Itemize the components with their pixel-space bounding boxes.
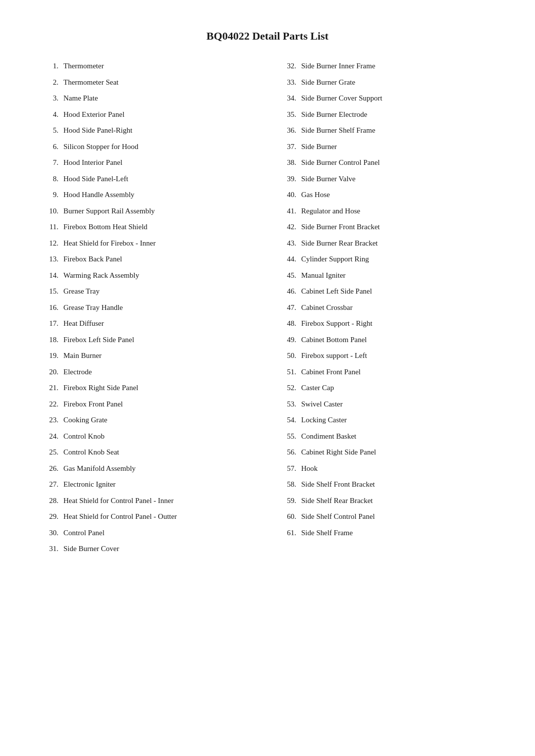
- list-item: 48.Firebox Support - Right: [277, 318, 495, 329]
- item-name: Silicon Stopper for Hood: [63, 141, 138, 152]
- item-number: 43.: [277, 238, 296, 249]
- list-item: 12.Heat Shield for Firebox - Inner: [40, 238, 258, 249]
- item-number: 12.: [40, 238, 58, 249]
- item-number: 30.: [40, 527, 58, 539]
- item-number: 39.: [277, 173, 296, 185]
- item-name: Cabinet Crossbar: [301, 302, 353, 313]
- item-number: 51.: [277, 366, 296, 378]
- list-item: 18.Firebox Left Side Panel: [40, 334, 258, 346]
- item-name: Condiment Basket: [301, 431, 356, 442]
- list-item: 33.Side Burner Grate: [277, 77, 495, 88]
- item-name: Side Shelf Frame: [301, 527, 353, 539]
- item-name: Side Burner Control Panel: [301, 157, 380, 168]
- page-title: BQ04022 Detail Parts List: [40, 30, 495, 43]
- list-item: 27.Electronic Igniter: [40, 479, 258, 490]
- item-name: Thermometer Seat: [63, 77, 118, 88]
- list-item: 41.Regulator and Hose: [277, 205, 495, 217]
- list-item: 1.Thermometer: [40, 60, 258, 72]
- list-item: 39.Side Burner Valve: [277, 173, 495, 185]
- item-name: Main Burner: [63, 350, 102, 361]
- list-item: 22.Firebox Front Panel: [40, 399, 258, 410]
- item-name: Hood Side Panel-Right: [63, 125, 132, 136]
- item-name: Side Burner Inner Frame: [301, 60, 375, 72]
- list-item: 59.Side Shelf Rear Bracket: [277, 495, 495, 506]
- item-name: Side Burner Electrode: [301, 109, 367, 120]
- item-number: 18.: [40, 334, 58, 346]
- item-name: Side Burner Front Bracket: [301, 221, 380, 233]
- item-name: Warming Rack Assembly: [63, 270, 139, 281]
- item-number: 31.: [40, 543, 58, 554]
- item-name: Side Shelf Rear Bracket: [301, 495, 373, 506]
- item-name: Gas Hose: [301, 189, 330, 201]
- item-name: Thermometer: [63, 60, 104, 72]
- list-item: 46.Cabinet Left Side Panel: [277, 286, 495, 297]
- list-item: 10.Burner Support Rail Assembly: [40, 205, 258, 217]
- item-number: 10.: [40, 205, 58, 217]
- list-item: 7.Hood Interior Panel: [40, 157, 258, 168]
- item-name: Heat Shield for Firebox - Inner: [63, 238, 156, 249]
- list-item: 61.Side Shelf Frame: [277, 527, 495, 539]
- list-item: 4.Hood Exterior Panel: [40, 109, 258, 120]
- list-item: 34.Side Burner Cover Support: [277, 93, 495, 104]
- item-number: 55.: [277, 431, 296, 442]
- left-parts-list: 1.Thermometer2.Thermometer Seat3.Name Pl…: [40, 60, 258, 554]
- item-number: 37.: [277, 141, 296, 152]
- item-name: Control Knob Seat: [63, 447, 119, 458]
- list-item: 32.Side Burner Inner Frame: [277, 60, 495, 72]
- list-item: 31.Side Burner Cover: [40, 543, 258, 554]
- item-name: Hook: [301, 463, 318, 474]
- item-number: 46.: [277, 286, 296, 297]
- item-number: 19.: [40, 350, 58, 361]
- item-number: 42.: [277, 221, 296, 233]
- item-number: 6.: [40, 141, 58, 152]
- list-item: 56.Cabinet Right Side Panel: [277, 447, 495, 458]
- item-name: Firebox Right Side Panel: [63, 382, 138, 394]
- list-item: 28.Heat Shield for Control Panel - Inner: [40, 495, 258, 506]
- item-name: Side Burner Grate: [301, 77, 355, 88]
- item-name: Firebox support - Left: [301, 350, 367, 361]
- item-name: Hood Exterior Panel: [63, 109, 124, 120]
- list-item: 37.Side Burner: [277, 141, 495, 152]
- list-item: 8.Hood Side Panel-Left: [40, 173, 258, 185]
- item-number: 15.: [40, 286, 58, 297]
- item-number: 32.: [277, 60, 296, 72]
- item-number: 38.: [277, 157, 296, 168]
- list-item: 47.Cabinet Crossbar: [277, 302, 495, 313]
- list-item: 25.Control Knob Seat: [40, 447, 258, 458]
- item-number: 3.: [40, 93, 58, 104]
- item-number: 7.: [40, 157, 58, 168]
- list-item: 6.Silicon Stopper for Hood: [40, 141, 258, 152]
- list-item: 24.Control Knob: [40, 431, 258, 442]
- item-name: Cooking Grate: [63, 414, 107, 426]
- item-number: 11.: [40, 221, 58, 233]
- left-column: 1.Thermometer2.Thermometer Seat3.Name Pl…: [40, 60, 277, 559]
- item-name: Electronic Igniter: [63, 479, 115, 490]
- item-name: Firebox Support - Right: [301, 318, 373, 329]
- item-number: 17.: [40, 318, 58, 329]
- item-number: 59.: [277, 495, 296, 506]
- item-name: Grease Tray: [63, 286, 100, 297]
- list-item: 49.Cabinet Bottom Panel: [277, 334, 495, 346]
- item-name: Side Burner Rear Bracket: [301, 238, 378, 249]
- item-number: 24.: [40, 431, 58, 442]
- list-item: 13.Firebox Back Panel: [40, 253, 258, 265]
- item-name: Cabinet Bottom Panel: [301, 334, 367, 346]
- list-item: 43.Side Burner Rear Bracket: [277, 238, 495, 249]
- list-item: 30.Control Panel: [40, 527, 258, 539]
- item-number: 27.: [40, 479, 58, 490]
- item-name: Heat Shield for Control Panel - Inner: [63, 495, 173, 506]
- item-name: Cylinder Support Ring: [301, 253, 369, 265]
- item-number: 4.: [40, 109, 58, 120]
- list-item: 26.Gas Manifold Assembly: [40, 463, 258, 474]
- item-number: 53.: [277, 399, 296, 410]
- item-name: Firebox Back Panel: [63, 253, 122, 265]
- item-number: 48.: [277, 318, 296, 329]
- item-number: 61.: [277, 527, 296, 539]
- item-name: Firebox Bottom Heat Shield: [63, 221, 148, 233]
- item-number: 20.: [40, 366, 58, 378]
- right-parts-list: 32.Side Burner Inner Frame33.Side Burner…: [277, 60, 495, 538]
- list-item: 19.Main Burner: [40, 350, 258, 361]
- item-name: Locking Caster: [301, 414, 347, 426]
- list-item: 58.Side Shelf Front Bracket: [277, 479, 495, 490]
- item-number: 56.: [277, 447, 296, 458]
